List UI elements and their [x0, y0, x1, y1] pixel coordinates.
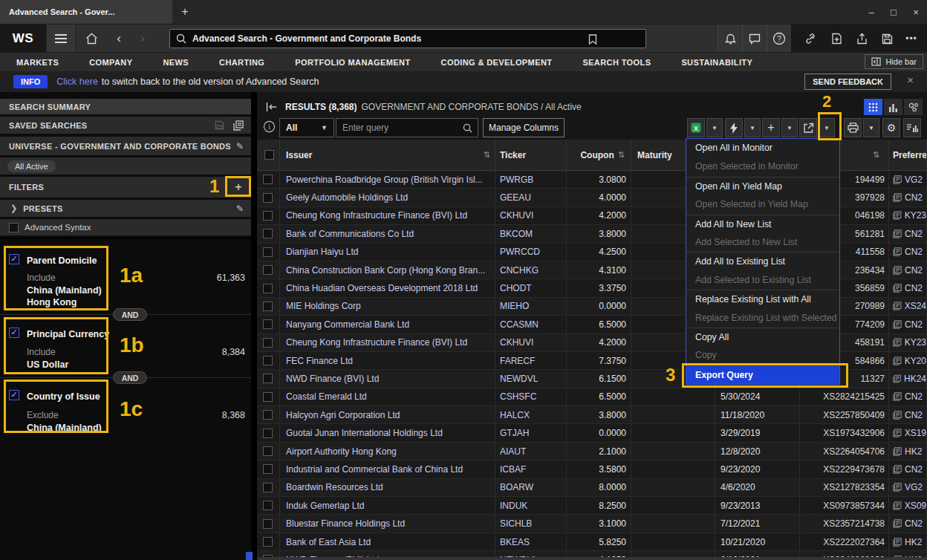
minimize-button[interactable]: – — [866, 7, 876, 18]
menu-item-coding-development[interactable]: CODING & DEVELOPMENT — [441, 58, 553, 67]
row-checkbox[interactable] — [263, 356, 273, 365]
row-checkbox[interactable] — [263, 501, 273, 510]
cell-issuer[interactable]: China Construction Bank Corp (Hong Kong … — [280, 261, 495, 279]
row-checkbox[interactable] — [263, 211, 273, 221]
excel-export-dropdown[interactable]: ▼ — [706, 118, 723, 137]
new-tab-button[interactable]: + — [177, 4, 193, 20]
cell-issuer[interactable]: Cheung Kong Infrastructure Finance (BVI)… — [280, 334, 495, 351]
context-menu-item-export-query[interactable]: Export Query — [686, 365, 839, 384]
table-row[interactable]: Induk Gemerlap LtdINDUK8.25009/23/2013XS… — [257, 497, 927, 515]
copy-search-icon[interactable] — [233, 120, 244, 131]
hide-bar-button[interactable]: Hide bar — [865, 54, 923, 69]
menu-item-charting[interactable]: CHARTING — [219, 58, 264, 67]
row-checkbox[interactable] — [263, 265, 273, 275]
universe-row[interactable]: UNIVERSE - GOVERNMENT AND CORPORATE BOND… — [0, 137, 251, 155]
save-button[interactable] — [878, 25, 896, 53]
advanced-syntax-checkbox[interactable] — [9, 223, 19, 232]
column-header-ticker[interactable]: Ticker — [495, 140, 567, 170]
query-scope-dropdown[interactable]: All ▼ — [279, 118, 334, 137]
info-close-icon[interactable]: × — [907, 74, 914, 86]
cell-issuer[interactable]: Powerchina Roadbridge Group (British Vir… — [280, 171, 495, 188]
cell-issuer[interactable]: FEC Finance Ltd — [280, 352, 495, 369]
forward-button[interactable]: › — [134, 25, 152, 53]
context-menu-item-open-all-in-monitor[interactable]: Open All in Monitor — [686, 139, 839, 157]
context-menu-item-add-all-to-new-list[interactable]: Add All to New List — [686, 215, 839, 233]
context-menu-item-replace-existing-list-with-all[interactable]: Replace Existing List with All — [686, 290, 839, 308]
help-button[interactable]: ? — [767, 25, 791, 53]
menu-item-company[interactable]: COMPANY — [89, 58, 132, 67]
menu-item-portfolio-management[interactable]: PORTFOLIO MANAGEMENT — [295, 58, 410, 67]
select-all-checkbox[interactable] — [264, 150, 274, 160]
filter-card-principal-currency[interactable]: ✓Principal CurrencyIncludeUS Dollar8,384 — [0, 318, 251, 374]
table-row[interactable]: Industrial and Commercial Bank of China … — [257, 460, 927, 478]
horizontal-scrollbar[interactable] — [257, 557, 927, 560]
save-search-icon[interactable] — [215, 120, 224, 130]
context-menu-item-copy-all[interactable]: Copy All — [686, 328, 839, 346]
edit-universe-icon[interactable]: ✎ — [236, 141, 244, 152]
chat-button[interactable] — [742, 25, 767, 53]
row-checkbox[interactable] — [263, 319, 273, 329]
add-button[interactable]: + — [762, 118, 780, 137]
table-row[interactable]: Airport Authority Hong KongAIAUT2.100012… — [257, 443, 927, 460]
filter-card-parent-domicile[interactable]: ✓Parent DomicileIncludeChina (Mainland)H… — [0, 247, 251, 310]
row-checkbox[interactable] — [263, 302, 273, 311]
filter-checkbox[interactable]: ✓ — [9, 254, 19, 264]
cell-issuer[interactable]: Nanyang Commercial Bank Ltd — [280, 316, 495, 333]
table-view-button[interactable] — [864, 99, 882, 115]
context-menu-item-add-all-to-existing-list[interactable]: Add All to Existing List — [686, 252, 839, 270]
cell-issuer[interactable]: Cheung Kong Infrastructure Finance (BVI)… — [280, 207, 495, 224]
add-dropdown[interactable]: ▼ — [781, 118, 798, 137]
filter-card-country-of-issue[interactable]: ✓Country of IssueExcludeChina (Mainland)… — [0, 380, 251, 433]
saved-searches-row[interactable]: SAVED SEARCHES — [0, 117, 251, 134]
cell-issuer[interactable]: Bank of East Asia Ltd — [280, 533, 495, 550]
cell-issuer[interactable]: Geely Automobile Holdings Ltd — [280, 189, 495, 206]
share-button[interactable] — [853, 25, 871, 53]
column-header-coupon[interactable]: Coupon⇅ — [567, 140, 631, 170]
new-document-button[interactable] — [827, 25, 845, 53]
cell-issuer[interactable]: Airport Authority Hong Kong — [280, 443, 495, 460]
row-checkbox[interactable] — [263, 483, 273, 492]
settings-button[interactable]: ⚙ — [882, 118, 900, 137]
row-checkbox[interactable] — [263, 392, 273, 402]
row-checkbox[interactable] — [263, 247, 273, 257]
manage-columns-button[interactable]: Manage Columns — [483, 118, 565, 137]
menu-item-sustainability[interactable]: SUSTAINABILITY — [681, 58, 752, 67]
row-checkbox[interactable] — [263, 519, 273, 529]
more-options-button[interactable]: ••• — [902, 25, 920, 53]
menu-item-search-tools[interactable]: SEARCH TOOLS — [582, 58, 651, 67]
cell-issuer[interactable]: MIE Holdings Corp — [280, 298, 495, 315]
collapse-panel-icon[interactable] — [266, 102, 278, 111]
cell-issuer[interactable]: China Huadian Overseas Development 2018 … — [280, 279, 495, 296]
cell-issuer[interactable]: Coastal Emerald Ltd — [280, 388, 495, 406]
row-checkbox[interactable] — [263, 410, 273, 420]
table-row[interactable]: Boardwin Resources LtdBOARW8.00004/6/202… — [257, 479, 927, 497]
back-button[interactable]: ‹ — [110, 25, 128, 53]
table-row[interactable]: Halcyon Agri Corporation LtdHALCX3.80001… — [257, 406, 927, 424]
filter-checkbox[interactable]: ✓ — [9, 390, 19, 400]
switch-back-link[interactable]: Click here — [56, 76, 98, 87]
hamburger-menu-button[interactable] — [46, 25, 76, 53]
row-checkbox[interactable] — [263, 464, 273, 474]
cell-issuer[interactable]: Dianjian Haiyu Ltd — [280, 244, 495, 261]
scrollbar-corner[interactable] — [246, 552, 253, 560]
cell-issuer[interactable]: Induk Gemerlap Ltd — [280, 497, 495, 514]
filter-checkbox[interactable]: ✓ — [9, 328, 19, 338]
table-row[interactable]: Bank of East Asia LtdBKEAS5.825010/21/20… — [257, 533, 927, 551]
browser-tab[interactable]: Advanced Search - Gover... — [0, 0, 172, 24]
montage-button[interactable] — [903, 118, 921, 137]
send-feedback-button[interactable]: SEND FEEDBACK — [804, 74, 891, 90]
notifications-button[interactable] — [718, 25, 742, 53]
row-checkbox[interactable] — [263, 374, 273, 383]
refresh-flash-button[interactable] — [725, 118, 743, 137]
refresh-flash-dropdown[interactable]: ▼ — [744, 118, 761, 137]
home-button[interactable] — [80, 25, 103, 53]
table-row[interactable]: NWD Finance (BVI) LtdNEWDVL4.12506/10/20… — [257, 551, 927, 557]
address-search-field[interactable]: Advanced Search - Government and Corpora… — [169, 29, 646, 48]
print-dropdown[interactable]: ▼ — [863, 118, 879, 137]
cell-issuer[interactable]: Industrial and Commercial Bank of China … — [280, 460, 495, 478]
row-checkbox[interactable] — [263, 284, 273, 293]
link-button[interactable] — [801, 25, 819, 53]
menu-item-markets[interactable]: MARKETS — [16, 58, 59, 67]
cell-issuer[interactable]: Bank of Communications Co Ltd — [280, 225, 495, 242]
open-in-dropdown[interactable]: ▼ — [819, 118, 835, 137]
